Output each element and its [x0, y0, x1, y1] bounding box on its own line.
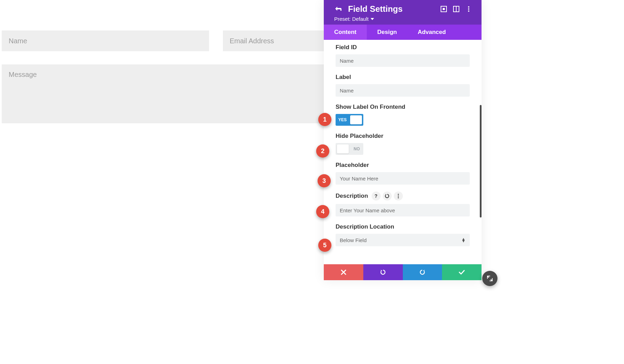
close-icon: [341, 269, 346, 275]
description-location-select[interactable]: [336, 234, 470, 246]
back-icon[interactable]: [334, 5, 342, 13]
svg-point-5: [468, 8, 469, 10]
svg-rect-1: [443, 8, 445, 10]
svg-point-7: [398, 194, 399, 195]
description-label: Description: [336, 193, 368, 199]
label-input[interactable]: [336, 84, 470, 97]
more-icon[interactable]: [465, 5, 473, 13]
hide-placeholder-toggle[interactable]: NO: [336, 143, 363, 155]
undo-button[interactable]: [363, 264, 403, 280]
annotation-badge-3: 3: [318, 174, 331, 187]
expand-icon[interactable]: [440, 5, 448, 13]
toggle-no-text: NO: [354, 147, 360, 151]
cancel-button[interactable]: [324, 264, 363, 280]
toggle-yes-text: YES: [338, 117, 347, 122]
canvas: Name Email Address Message: [0, 0, 624, 364]
tab-advanced[interactable]: Advanced: [407, 25, 456, 40]
description-location-label: Description Location: [336, 223, 470, 230]
svg-point-6: [468, 10, 469, 12]
annotation-badge-5: 5: [318, 239, 331, 252]
preset-dropdown[interactable]: Preset: Default: [334, 16, 473, 22]
panel-tabs: Content Design Advanced: [324, 25, 482, 40]
name-input[interactable]: Name: [2, 30, 209, 51]
confirm-button[interactable]: [442, 264, 482, 280]
field-id-label: Field ID: [336, 44, 470, 51]
annotation-badge-4: 4: [316, 205, 329, 218]
undo-icon: [380, 269, 386, 275]
check-icon: [459, 270, 465, 275]
preset-label: Preset: Default: [334, 16, 369, 22]
redo-button[interactable]: [403, 264, 442, 280]
panel-body: Field ID Label Show Label On Frontend YE…: [324, 40, 482, 264]
reset-icon[interactable]: [383, 192, 392, 201]
description-input[interactable]: [336, 204, 470, 216]
scrollbar[interactable]: [480, 105, 482, 217]
svg-point-8: [398, 195, 399, 196]
panel-footer: [324, 264, 482, 280]
svg-point-9: [398, 197, 399, 198]
annotation-badge-1: 1: [318, 113, 331, 126]
show-label-label: Show Label On Frontend: [336, 104, 470, 110]
show-label-toggle[interactable]: YES: [336, 114, 363, 126]
layout-icon[interactable]: [452, 5, 460, 13]
panel-header: Field Settings Preset: Default: [324, 0, 482, 25]
settings-panel: Field Settings Preset: Default Content D…: [324, 0, 482, 280]
chevron-down-icon: [371, 18, 374, 20]
redo-icon: [419, 269, 425, 275]
field-id-input[interactable]: [336, 54, 470, 67]
help-icon[interactable]: ?: [372, 192, 381, 201]
hide-placeholder-label: Hide Placeholder: [336, 133, 470, 140]
placeholder-input[interactable]: [336, 172, 470, 185]
tab-content[interactable]: Content: [324, 25, 367, 40]
expand-fab[interactable]: [482, 271, 497, 286]
svg-point-4: [468, 6, 469, 8]
tab-design[interactable]: Design: [367, 25, 407, 40]
placeholder-label: Placeholder: [336, 162, 470, 169]
panel-title: Field Settings: [348, 4, 435, 14]
expand-diagonal-icon: [486, 275, 493, 282]
annotation-badge-2: 2: [316, 144, 329, 158]
options-icon[interactable]: [394, 192, 403, 201]
label-label: Label: [336, 74, 470, 81]
